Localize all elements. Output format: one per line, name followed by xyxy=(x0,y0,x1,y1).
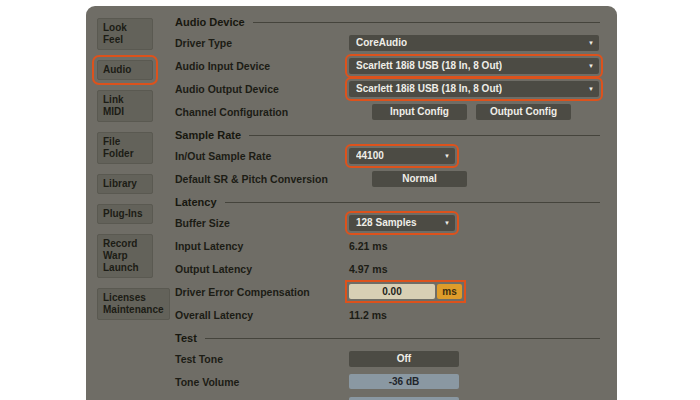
section-rule xyxy=(249,135,600,136)
tone-volume-slider[interactable]: -36 dB xyxy=(349,374,459,389)
chevron-down-icon: ▼ xyxy=(444,220,450,226)
row-driver-error-compensation: Driver Error Compensation 0.00 ms xyxy=(175,280,600,303)
section-rule xyxy=(225,202,600,203)
test-tone-label: Test Tone xyxy=(175,353,349,365)
section-header-audio-device: Audio Device xyxy=(175,13,600,31)
section-title: Audio Device xyxy=(175,16,245,28)
dropdown-value: 44100 xyxy=(356,150,384,161)
section-title: Sample Rate xyxy=(175,129,241,141)
sidebar-item-label: Link MIDI xyxy=(103,94,147,118)
row-audio-output-device: Audio Output Device Scarlett 18i8 USB (1… xyxy=(175,77,600,100)
row-overall-latency: Overall Latency 11.2 ms xyxy=(175,303,600,326)
sidebar-item-audio[interactable]: Audio xyxy=(97,60,153,80)
row-channel-configuration: Channel Configuration Input Config Outpu… xyxy=(175,100,600,123)
sidebar: Look Feel Audio Link MIDI File Folder Li… xyxy=(86,6,174,400)
sidebar-item-label: File Folder xyxy=(103,136,147,160)
row-driver-type: Driver Type CoreAudio ▼ xyxy=(175,31,600,54)
audio-output-device-dropdown[interactable]: Scarlett 18i8 USB (18 In, 8 Out) ▼ xyxy=(349,81,599,97)
dropdown-value: Scarlett 18i8 USB (18 In, 8 Out) xyxy=(356,60,502,71)
buffer-size-dropdown[interactable]: 128 Samples ▼ xyxy=(349,215,455,231)
channel-configuration-label: Channel Configuration xyxy=(175,106,349,118)
driver-type-label: Driver Type xyxy=(175,37,349,49)
audio-input-device-dropdown[interactable]: Scarlett 18i8 USB (18 In, 8 Out) ▼ xyxy=(349,58,599,74)
sidebar-item-licenses-maintenance[interactable]: Licenses Maintenance xyxy=(97,288,170,320)
sidebar-item-plug-ins[interactable]: Plug-Ins xyxy=(97,204,153,224)
dropdown-value: Scarlett 18i8 USB (18 In, 8 Out) xyxy=(356,83,502,94)
settings-panel: Audio Device Driver Type CoreAudio ▼ Aud… xyxy=(174,6,617,400)
sidebar-item-label: Licenses Maintenance xyxy=(103,292,164,316)
ms-unit-badge: ms xyxy=(437,284,462,299)
sr-pitch-conversion-label: Default SR & Pitch Conversion xyxy=(175,173,349,185)
sample-rate-dropdown[interactable]: 44100 ▼ xyxy=(349,148,455,164)
driver-error-compensation-label: Driver Error Compensation xyxy=(175,286,349,298)
sidebar-item-label: Look Feel xyxy=(103,22,147,46)
chevron-down-icon: ▼ xyxy=(444,153,450,159)
row-buffer-size: Buffer Size 128 Samples ▼ xyxy=(175,211,600,234)
audio-input-device-label: Audio Input Device xyxy=(175,60,349,72)
row-sr-pitch-conversion: Default SR & Pitch Conversion Normal xyxy=(175,167,600,190)
output-config-button[interactable]: Output Config xyxy=(476,104,571,120)
input-config-button[interactable]: Input Config xyxy=(372,104,467,120)
driver-type-dropdown[interactable]: CoreAudio ▼ xyxy=(349,35,599,51)
test-tone-button[interactable]: Off xyxy=(349,351,459,367)
in-out-sample-rate-label: In/Out Sample Rate xyxy=(175,150,349,162)
input-latency-label: Input Latency xyxy=(175,240,349,252)
sidebar-item-file-folder[interactable]: File Folder xyxy=(97,132,153,164)
output-latency-label: Output Latency xyxy=(175,263,349,275)
input-latency-value: 6.21 ms xyxy=(349,240,388,252)
sr-pitch-conversion-button[interactable]: Normal xyxy=(372,171,467,187)
tone-volume-label: Tone Volume xyxy=(175,376,349,388)
row-audio-input-device: Audio Input Device Scarlett 18i8 USB (18… xyxy=(175,54,600,77)
driver-error-compensation-input[interactable]: 0.00 xyxy=(349,284,435,299)
preferences-window: Look Feel Audio Link MIDI File Folder Li… xyxy=(86,6,617,400)
section-title: Test xyxy=(175,332,197,344)
sidebar-item-label: Record Warp Launch xyxy=(103,238,147,274)
audio-output-device-label: Audio Output Device xyxy=(175,83,349,95)
row-output-latency: Output Latency 4.97 ms xyxy=(175,257,600,280)
section-rule xyxy=(205,338,600,339)
sidebar-item-label: Plug-Ins xyxy=(103,208,147,220)
output-latency-value: 4.97 ms xyxy=(349,263,388,275)
sidebar-item-label: Library xyxy=(103,178,147,190)
section-header-sample-rate: Sample Rate xyxy=(175,126,600,144)
chevron-down-icon: ▼ xyxy=(588,86,594,92)
sidebar-item-link-midi[interactable]: Link MIDI xyxy=(97,90,153,122)
section-header-latency: Latency xyxy=(175,193,600,211)
overall-latency-value: 11.2 ms xyxy=(349,309,387,321)
row-tone-frequency: Tone Frequency 440 Hz xyxy=(175,393,600,400)
sidebar-item-library[interactable]: Library xyxy=(97,174,153,194)
chevron-down-icon: ▼ xyxy=(588,40,594,46)
dropdown-value: CoreAudio xyxy=(356,37,407,48)
sidebar-item-look-feel[interactable]: Look Feel xyxy=(97,18,153,50)
section-rule xyxy=(253,22,600,23)
dropdown-value: 128 Samples xyxy=(356,217,417,228)
section-header-test: Test xyxy=(175,329,600,347)
overall-latency-label: Overall Latency xyxy=(175,309,349,321)
row-input-latency: Input Latency 6.21 ms xyxy=(175,234,600,257)
driver-error-compensation-group: 0.00 ms xyxy=(349,284,462,299)
sidebar-item-record-warp-launch[interactable]: Record Warp Launch xyxy=(97,234,153,278)
sidebar-item-label: Audio xyxy=(103,64,147,76)
buffer-size-label: Buffer Size xyxy=(175,217,349,229)
section-title: Latency xyxy=(175,196,217,208)
row-in-out-sample-rate: In/Out Sample Rate 44100 ▼ xyxy=(175,144,600,167)
row-tone-volume: Tone Volume -36 dB xyxy=(175,370,600,393)
row-test-tone: Test Tone Off xyxy=(175,347,600,370)
chevron-down-icon: ▼ xyxy=(588,63,594,69)
